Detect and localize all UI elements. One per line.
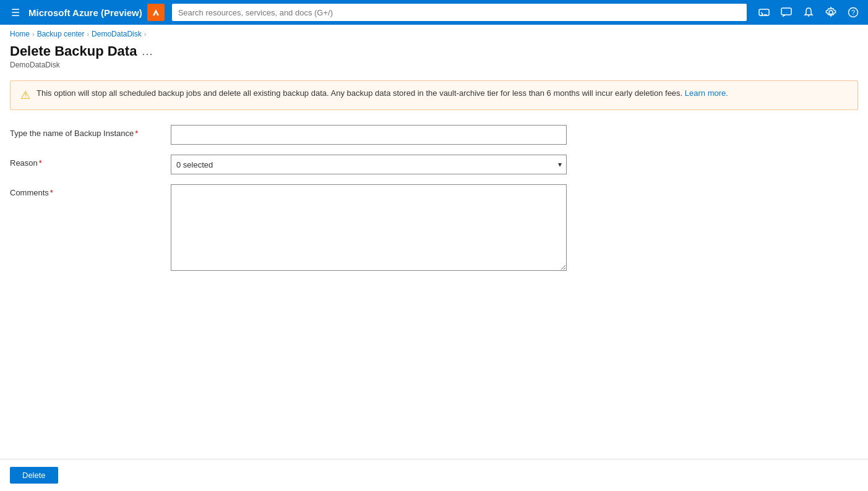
page-subtitle: DemoDataDisk xyxy=(10,61,858,69)
comments-textarea[interactable] xyxy=(171,184,567,271)
svg-point-6 xyxy=(829,11,833,14)
azure-icon[interactable] xyxy=(147,4,165,21)
topbar-actions: ? xyxy=(754,2,863,22)
warning-text: This option will stop all scheduled back… xyxy=(37,88,728,98)
breadcrumb-home[interactable]: Home xyxy=(10,30,30,38)
learn-more-link[interactable]: Learn more. xyxy=(685,88,728,98)
page-header: Delete Backup Data ... DemoDataDisk xyxy=(0,41,868,70)
search-input[interactable] xyxy=(172,4,747,21)
bottom-bar: Delete xyxy=(0,459,868,491)
main-content: ⚠ This option will stop all scheduled ba… xyxy=(0,70,868,459)
comments-label: Comments* xyxy=(10,184,171,197)
breadcrumb-backup-center[interactable]: Backup center xyxy=(37,30,85,38)
delete-button[interactable]: Delete xyxy=(10,467,58,484)
comments-required: * xyxy=(50,188,53,197)
breadcrumb-sep-2: › xyxy=(87,30,89,38)
breadcrumb-sep-1: › xyxy=(32,30,35,38)
feedback-icon[interactable] xyxy=(776,2,796,22)
page-menu-button[interactable]: ... xyxy=(142,45,153,58)
instance-required: * xyxy=(135,129,138,138)
reason-select-container: 0 selected ▾ xyxy=(171,155,567,174)
breadcrumb-demo-data-disk[interactable]: DemoDataDisk xyxy=(92,30,142,38)
comments-row: Comments* xyxy=(10,184,567,271)
page-title: Delete Backup Data xyxy=(10,43,137,59)
svg-rect-4 xyxy=(781,8,791,15)
warning-icon: ⚠ xyxy=(20,88,30,102)
help-icon[interactable]: ? xyxy=(843,2,863,22)
hamburger-menu[interactable]: ☰ xyxy=(5,7,26,19)
breadcrumb-sep-3: › xyxy=(144,30,147,38)
reason-label: Reason* xyxy=(10,155,171,168)
cloud-shell-icon[interactable] xyxy=(754,2,774,22)
svg-text:?: ? xyxy=(851,9,855,16)
app-title: Microsoft Azure (Preview) xyxy=(28,7,142,18)
form: Type the name of Backup Instance* Reason… xyxy=(10,125,567,271)
breadcrumb: Home › Backup center › DemoDataDisk › xyxy=(0,25,868,41)
reason-required: * xyxy=(39,158,42,168)
instance-row: Type the name of Backup Instance* xyxy=(10,125,567,145)
notifications-icon[interactable] xyxy=(799,2,819,22)
instance-input[interactable] xyxy=(171,125,567,145)
reason-select[interactable]: 0 selected xyxy=(171,155,567,174)
instance-label: Type the name of Backup Instance* xyxy=(10,125,171,138)
warning-banner: ⚠ This option will stop all scheduled ba… xyxy=(10,80,858,110)
settings-icon[interactable] xyxy=(821,2,841,22)
reason-row: Reason* 0 selected ▾ xyxy=(10,155,567,174)
topbar: ☰ Microsoft Azure (Preview) ? xyxy=(0,0,868,25)
